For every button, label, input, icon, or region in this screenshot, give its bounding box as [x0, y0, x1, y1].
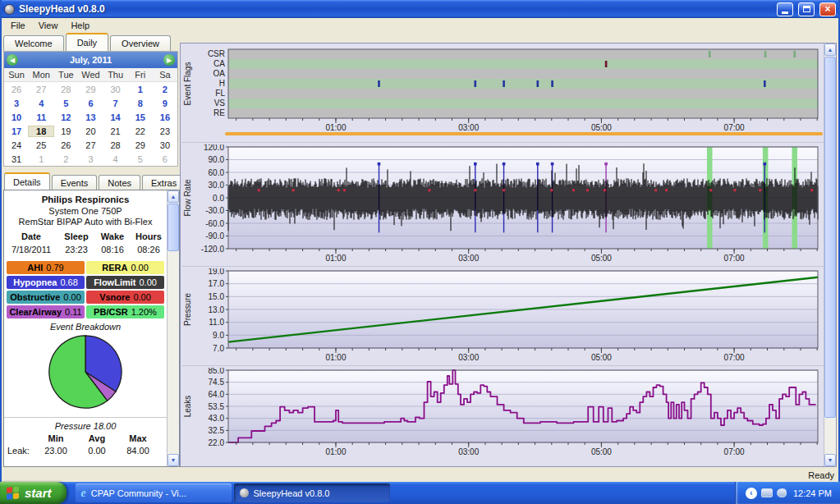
scroll-down-icon[interactable]: ▼	[824, 454, 836, 466]
desktop: SleepyHead v0.8.0 × FileViewHelp Welcome…	[0, 0, 840, 504]
x-tick-label: 05:00	[591, 123, 612, 132]
tab-notes[interactable]: Notes	[99, 175, 140, 190]
tab-daily[interactable]: Daily	[66, 33, 108, 51]
flag-row-label: VS	[214, 99, 226, 108]
charts-scrollbar[interactable]: ▲ ▼	[824, 44, 836, 466]
calendar-day[interactable]: 26	[53, 140, 78, 150]
start-label: start	[25, 486, 52, 500]
calendar-day[interactable]: 13	[78, 112, 103, 122]
flag-row-label: CSR	[208, 49, 225, 58]
stat-label: AHI	[27, 263, 43, 273]
scroll-down-icon[interactable]: ▼	[168, 454, 179, 466]
x-tick-label: 01:00	[325, 353, 346, 362]
calendar-day[interactable]: 23	[153, 126, 177, 136]
leak-label: Leak:	[4, 446, 35, 456]
calendar-day[interactable]: 17	[4, 126, 29, 136]
scroll-thumb[interactable]	[168, 204, 179, 251]
calendar-day[interactable]: 1	[29, 154, 53, 164]
charts-panel: CSRCAOAHFLVSRE01:0003:0005:0007:00Event …	[180, 43, 837, 467]
calendar-day[interactable]: 16	[153, 112, 177, 122]
scroll-up-icon[interactable]: ▲	[824, 44, 836, 56]
tab-overview[interactable]: Overview	[110, 35, 171, 51]
restore-button[interactable]	[798, 2, 815, 16]
calendar-day[interactable]: 9	[153, 99, 177, 108]
scroll-thumb[interactable]	[824, 57, 836, 418]
calendar-day[interactable]: 6	[153, 154, 177, 164]
titlebar[interactable]: SleepyHead v0.8.0 ×	[2, 0, 838, 18]
menu-view[interactable]: View	[32, 20, 65, 31]
calendar-day[interactable]: 14	[103, 112, 128, 122]
network-icon[interactable]	[761, 488, 773, 497]
calendar-day[interactable]: 1	[128, 85, 153, 94]
calendar-day[interactable]: 11	[29, 112, 53, 122]
chart-leaks[interactable]: 85.074.564.053.543.032.522.001:0003:0005…	[181, 365, 824, 458]
tab-details[interactable]: Details	[4, 172, 50, 190]
y-tick-label: 11.0	[209, 318, 224, 327]
calendar-next-icon[interactable]: ▶	[163, 54, 175, 66]
calendar-day[interactable]: 25	[29, 140, 53, 150]
stat-value: 0.79	[46, 263, 63, 273]
calendar-day[interactable]: 24	[4, 140, 29, 150]
calendar-day[interactable]: 19	[53, 126, 78, 136]
flag-row-label: OA	[213, 69, 226, 78]
calendar-day[interactable]: 12	[53, 112, 78, 122]
x-tick-label: 05:00	[591, 254, 612, 263]
calendar-day[interactable]: 28	[103, 140, 128, 150]
stat-value: 0.00	[133, 292, 150, 302]
calendar-day[interactable]: 22	[128, 126, 153, 136]
calendar-prev-icon[interactable]: ◀	[7, 54, 18, 66]
calendar-day[interactable]: 30	[153, 140, 177, 150]
calendar-day[interactable]: 26	[4, 85, 29, 94]
stat-flowlimit: FlowLimit0.00	[86, 276, 164, 289]
calendar-day[interactable]: 18	[29, 126, 53, 136]
calendar-day[interactable]: 5	[128, 154, 153, 164]
details-scrollbar[interactable]: ▲ ▼	[167, 190, 179, 466]
stat-value: 0.11	[65, 307, 82, 317]
calendar-day[interactable]: 27	[29, 85, 53, 94]
calendar-day[interactable]: 30	[103, 85, 128, 94]
stat-value: 0.00	[63, 292, 80, 302]
calendar-day[interactable]: 15	[128, 112, 153, 122]
volume-icon[interactable]	[777, 488, 787, 497]
start-button[interactable]: start	[0, 482, 67, 504]
app-window: SleepyHead v0.8.0 × FileViewHelp Welcome…	[0, 0, 840, 482]
calendar-day[interactable]: 5	[53, 99, 78, 108]
menu-help[interactable]: Help	[64, 20, 96, 31]
leak-min: 23.00	[35, 446, 76, 456]
calendar-day[interactable]: 2	[53, 154, 78, 164]
stat-obstructive: Obstructive0.00	[7, 291, 85, 304]
tab-events[interactable]: Events	[52, 175, 98, 190]
task-label: SleepyHead v0.8.0	[254, 488, 330, 498]
calendar-day[interactable]: 31	[4, 154, 29, 164]
chart-pressure[interactable]: 19.017.015.013.011.09.07.001:0003:0005:0…	[181, 266, 824, 364]
calendar-day[interactable]: 20	[78, 126, 103, 136]
y-axis-title: Pressure	[183, 293, 192, 326]
flag-row-label: H	[219, 79, 225, 88]
menubar: FileViewHelp	[2, 18, 838, 33]
calendar-day[interactable]: 29	[78, 85, 103, 94]
calendar-day[interactable]: 4	[103, 154, 128, 164]
close-button[interactable]: ×	[819, 2, 836, 16]
chart-flags[interactable]: CSRCAOAHFLVSRE01:0003:0005:0007:00Event …	[181, 45, 824, 140]
tray-chevron-icon[interactable]: ‹	[746, 488, 757, 499]
calendar-day[interactable]: 7	[103, 99, 128, 108]
calendar-day[interactable]: 8	[128, 99, 153, 108]
minimize-button[interactable]	[777, 2, 793, 16]
scroll-up-icon[interactable]: ▲	[168, 190, 179, 203]
calendar-day[interactable]: 29	[128, 140, 153, 150]
calendar-day[interactable]: 21	[103, 126, 128, 136]
taskbar-task-browser[interactable]: e CPAP Community - Vi...	[76, 483, 232, 502]
chart-flow[interactable]: 120.090.060.030.00.0-30.0-60.0-90.0-120.…	[181, 142, 824, 264]
tab-welcome[interactable]: Welcome	[3, 35, 64, 51]
taskbar-task-sleepyhead[interactable]: SleepyHead v0.8.0	[234, 483, 390, 502]
calendar-day[interactable]: 3	[78, 154, 103, 164]
calendar-day[interactable]: 2	[153, 85, 177, 94]
status-text: Ready	[808, 470, 834, 480]
calendar-day[interactable]: 4	[29, 99, 53, 108]
calendar-day[interactable]: 3	[4, 99, 29, 108]
calendar-day[interactable]: 27	[78, 140, 103, 150]
calendar-day[interactable]: 10	[4, 112, 29, 122]
menu-file[interactable]: File	[4, 20, 32, 31]
calendar-day[interactable]: 28	[53, 85, 78, 94]
calendar-day[interactable]: 6	[78, 99, 103, 108]
